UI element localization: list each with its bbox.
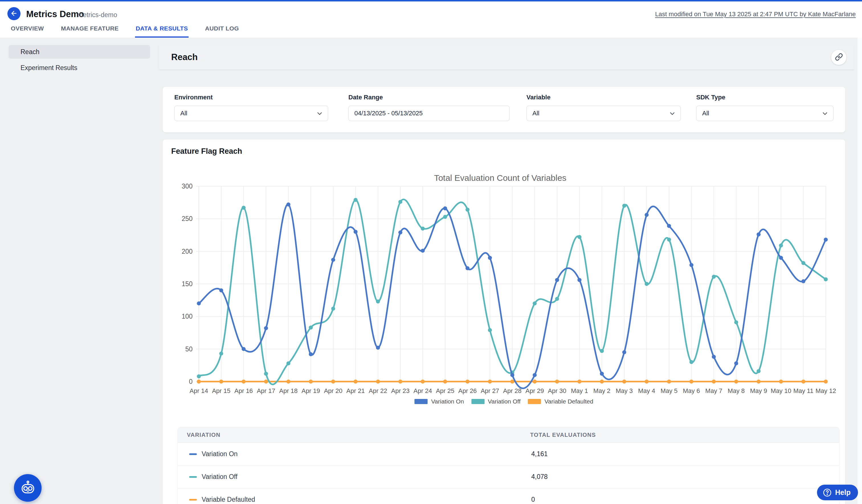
data-point[interactable] [286,202,290,207]
data-point[interactable] [734,380,738,384]
data-point[interactable] [197,302,201,306]
data-point[interactable] [667,238,671,242]
data-point[interactable] [689,380,693,384]
data-point[interactable] [331,380,335,384]
data-point[interactable] [197,380,201,384]
data-point[interactable] [645,213,649,217]
data-point[interactable] [801,380,805,384]
permalink-button[interactable] [831,50,846,65]
tab-manage-feature[interactable]: MANAGE FEATURE [61,25,119,38]
data-point[interactable] [555,380,559,384]
data-point[interactable] [667,224,671,228]
data-point[interactable] [533,380,537,384]
data-point[interactable] [309,326,313,330]
data-point[interactable] [421,249,425,253]
data-point[interactable] [443,380,447,384]
data-point[interactable] [667,380,671,384]
data-point[interactable] [488,328,492,332]
data-point[interactable] [577,380,582,384]
sidebar-item-reach[interactable]: Reach [9,45,150,59]
data-point[interactable] [421,380,425,384]
data-point[interactable] [264,380,268,384]
data-point[interactable] [689,360,693,364]
data-point[interactable] [757,369,761,373]
data-point[interactable] [577,278,582,282]
data-point[interactable] [331,307,335,311]
data-point[interactable] [600,380,604,384]
data-point[interactable] [286,380,290,384]
data-point[interactable] [645,380,649,384]
data-point[interactable] [712,355,716,359]
data-point[interactable] [622,380,626,384]
data-point[interactable] [779,243,783,248]
data-point[interactable] [779,256,783,260]
data-point[interactable] [533,302,537,306]
data-point[interactable] [466,380,469,384]
help-button[interactable]: Help [817,485,858,500]
data-point[interactable] [376,346,380,350]
data-point[interactable] [398,380,402,384]
data-point[interactable] [824,380,828,384]
data-point[interactable] [466,208,469,212]
data-point[interactable] [353,230,357,234]
data-point[interactable] [488,256,492,260]
data-point[interactable] [241,347,246,351]
data-point[interactable] [264,372,268,376]
data-point[interactable] [264,326,268,330]
last-modified-text[interactable]: Last modified on Tue May 13 2025 at 2:47… [655,11,856,18]
tab-data-results[interactable]: DATA & RESULTS [135,25,188,38]
data-point[interactable] [712,275,716,279]
data-point[interactable] [398,200,402,204]
data-point[interactable] [757,380,761,384]
data-point[interactable] [801,261,805,265]
data-point[interactable] [488,380,492,384]
data-point[interactable] [219,289,223,292]
data-point[interactable] [734,320,738,324]
data-point[interactable] [510,373,514,377]
tab-overview[interactable]: OVERVIEW [10,25,44,38]
data-point[interactable] [622,204,626,208]
data-point[interactable] [443,207,447,210]
data-point[interactable] [241,380,246,384]
data-point[interactable] [533,373,537,377]
data-point[interactable] [219,352,223,356]
data-point[interactable] [376,380,380,384]
data-point[interactable] [309,380,313,384]
data-point[interactable] [219,380,223,384]
data-point[interactable] [443,215,447,219]
sidebar-item-experiment-results[interactable]: Experiment Results [9,61,150,75]
data-point[interactable] [712,380,716,384]
data-point[interactable] [645,282,649,286]
legend-item-variation-on[interactable]: Variation On [415,398,464,405]
data-point[interactable] [555,278,559,282]
data-point[interactable] [600,372,604,376]
back-button[interactable] [8,7,21,20]
data-point[interactable] [824,238,828,242]
data-point[interactable] [555,297,559,301]
date-range-input[interactable]: 04/13/2025 - 05/13/2025 [348,106,510,121]
legend-item-variation-off[interactable]: Variation Off [471,398,521,405]
data-point[interactable] [286,361,290,365]
data-point[interactable] [779,380,783,384]
data-point[interactable] [241,205,246,210]
data-point[interactable] [801,279,805,283]
data-point[interactable] [353,380,357,384]
data-point[interactable] [734,361,738,365]
sdk-type-select[interactable]: All [696,106,834,121]
data-point[interactable] [331,258,335,262]
legend-item-variable-defaulted[interactable]: Variable Defaulted [528,398,593,405]
data-point[interactable] [824,277,828,281]
environment-select[interactable]: All [174,106,328,121]
data-point[interactable] [421,227,425,231]
data-point[interactable] [376,300,380,304]
scrollbar-track[interactable] [857,38,862,504]
assistant-button[interactable] [14,474,42,502]
data-point[interactable] [398,230,402,234]
tab-audit-log[interactable]: AUDIT LOG [205,25,239,38]
data-point[interactable] [353,198,357,202]
data-point[interactable] [577,235,582,239]
data-point[interactable] [757,233,761,236]
variable-select[interactable]: All [526,106,681,121]
data-point[interactable] [600,349,604,353]
data-point[interactable] [309,352,313,356]
